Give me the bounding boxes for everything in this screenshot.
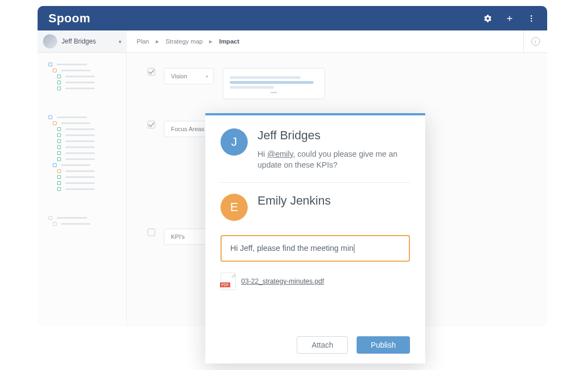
- focus-label: Focus Areas: [171, 126, 204, 132]
- gear-icon[interactable]: [483, 14, 493, 23]
- text-cursor: [354, 244, 354, 253]
- svg-point-1: [531, 17, 532, 19]
- attachment-filename[interactable]: 03-22_strategy-minutes.pdf: [241, 278, 324, 285]
- comment-text: Hi @emily, could you please give me an u…: [258, 149, 410, 170]
- chevron-down-icon: ▾: [119, 39, 121, 45]
- breadcrumb-plan[interactable]: Plan: [137, 38, 149, 45]
- user-name: Jeff Bridges: [62, 38, 96, 45]
- divider: [220, 182, 410, 183]
- comment-author: Jeff Bridges: [258, 128, 410, 143]
- comment-author: Emily Jenkins: [258, 194, 410, 208]
- breadcrumb-current: Impact: [219, 38, 239, 45]
- comment-emily: E Emily Jenkins: [220, 194, 410, 221]
- sidebar-tree: [38, 53, 127, 326]
- vision-checkbox[interactable]: [148, 68, 155, 76]
- chevron-right-icon: ▶: [209, 39, 212, 44]
- user-avatar: [43, 34, 57, 48]
- info-panel-toggle[interactable]: i: [523, 30, 547, 52]
- vision-dropdown[interactable]: Vision ▾: [164, 68, 214, 84]
- pdf-badge: PDF: [220, 282, 230, 287]
- chevron-right-icon: ▶: [156, 39, 159, 44]
- avatar-emily: E: [220, 194, 248, 221]
- comment-jeff: J Jeff Bridges Hi @emily, could you plea…: [220, 128, 410, 170]
- attach-button[interactable]: Attach: [297, 336, 348, 354]
- publish-button[interactable]: Publish: [357, 336, 410, 354]
- reply-text: Hi Jeff, please find the meeting min: [230, 244, 353, 252]
- subheader: Jeff Bridges ▾ Plan ▶ Strategy map ▶ Imp…: [38, 30, 547, 53]
- modal-footer: Attach Publish: [220, 326, 410, 354]
- info-icon: i: [531, 37, 540, 46]
- vision-row: Vision ▾: [148, 68, 526, 99]
- attachment-row: PDF 03-22_strategy-minutes.pdf: [220, 273, 410, 290]
- comment-modal: J Jeff Bridges Hi @emily, could you plea…: [205, 113, 425, 363]
- svg-point-2: [531, 20, 532, 22]
- plus-icon[interactable]: [505, 14, 514, 23]
- avatar-jeff: J: [220, 128, 248, 156]
- mention-emily[interactable]: @emily: [267, 150, 293, 158]
- kpis-label: KPI's: [171, 233, 185, 240]
- vision-card[interactable]: [223, 68, 325, 99]
- app-header: Spoom: [38, 6, 547, 30]
- focus-checkbox[interactable]: [148, 121, 155, 128]
- chevron-down-icon: ▾: [206, 74, 208, 79]
- app-logo: Spoom: [48, 11, 90, 26]
- vision-label: Vision: [171, 73, 187, 79]
- reply-input[interactable]: Hi Jeff, please find the meeting min: [220, 235, 410, 262]
- header-action-icons: [483, 14, 536, 23]
- breadcrumb: Plan ▶ Strategy map ▶ Impact: [127, 30, 249, 52]
- tree-group: [48, 211, 115, 226]
- kpis-checkbox[interactable]: [148, 229, 155, 236]
- user-dropdown[interactable]: Jeff Bridges ▾: [38, 30, 127, 52]
- pdf-file-icon: PDF: [220, 273, 236, 290]
- tree-group: [48, 110, 115, 191]
- more-vert-icon[interactable]: [526, 14, 536, 23]
- tree-group: [48, 57, 115, 90]
- breadcrumb-strategy-map[interactable]: Strategy map: [166, 38, 203, 45]
- comment-text-prefix: Hi: [258, 150, 267, 158]
- svg-point-0: [531, 15, 532, 17]
